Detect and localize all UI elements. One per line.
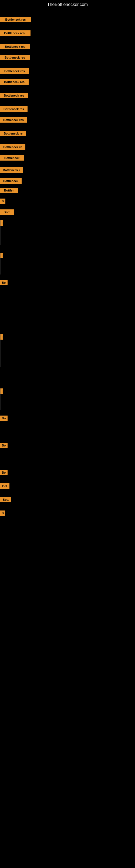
btn-13[interactable]: Bottleneck r <box>0 167 23 173</box>
btn-24[interactable]: Bo <box>0 443 8 448</box>
btn-7[interactable]: Bottleneck res <box>0 93 28 98</box>
btn-15[interactable]: Bottlen <box>0 188 18 193</box>
btn-25[interactable]: Bo <box>0 470 8 475</box>
btn-20[interactable]: Bo <box>0 280 8 285</box>
btn-6[interactable]: Bottleneck res <box>0 79 29 85</box>
btn-27[interactable]: Bott <box>0 497 11 502</box>
btn-14[interactable]: Bottleneck <box>0 178 21 184</box>
btn-23[interactable]: Bo <box>0 415 8 421</box>
btn-10[interactable]: Bottleneck re <box>0 131 26 136</box>
btn-2[interactable]: Bottleneck resu <box>0 30 31 36</box>
btn-17[interactable]: Bottl <box>0 209 14 215</box>
vertical-line-1 <box>1 253 1 275</box>
btn-16[interactable]: B <box>0 198 5 204</box>
btn-9[interactable]: Bottleneck res <box>0 117 27 123</box>
btn-5[interactable]: Bottleneck res <box>0 68 29 74</box>
btn-11[interactable]: Bottleneck re <box>0 144 26 150</box>
site-title: TheBottlenecker.com <box>0 0 135 9</box>
btn-4[interactable]: Bottleneck res <box>0 55 30 60</box>
vertical-line-0 <box>1 220 1 245</box>
btn-26[interactable]: Bot <box>0 484 9 489</box>
btn-3[interactable]: Bottleneck res <box>0 44 30 50</box>
btn-8[interactable]: Bottleneck res <box>0 106 28 112</box>
vertical-line-2 <box>1 334 1 367</box>
btn-1[interactable]: Bottleneck res <box>0 17 31 22</box>
vertical-line-3 <box>1 389 1 410</box>
btn-28[interactable]: B <box>0 510 5 516</box>
btn-12[interactable]: Bottleneck <box>0 155 24 161</box>
